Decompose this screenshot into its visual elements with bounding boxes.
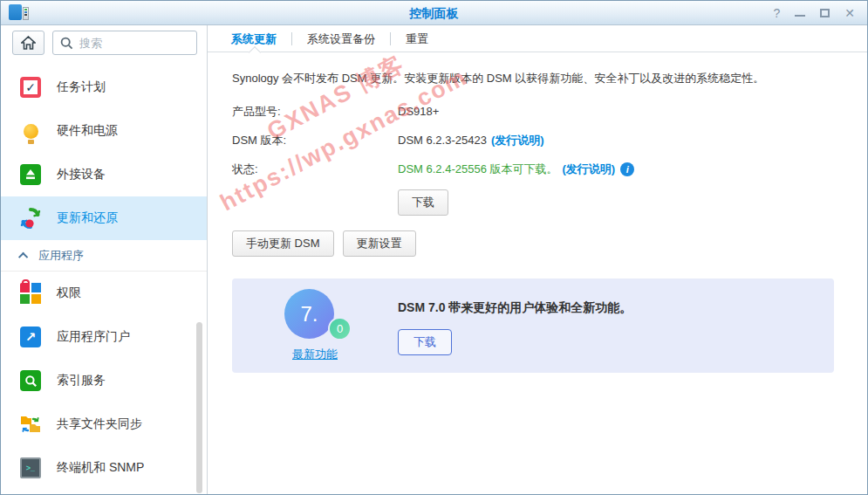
main-panel: 系统更新 系统设置备份 重置 Synology 会不时发布 DSM 更新。安装更… xyxy=(208,25,867,495)
update-settings-button[interactable]: 更新设置 xyxy=(343,230,416,257)
sidebar-item-label: 任务计划 xyxy=(57,79,106,95)
release-notes-link[interactable]: (发行说明) xyxy=(563,162,616,177)
tab-settings-backup[interactable]: 系统设置备份 xyxy=(292,25,390,53)
tab-bar: 系统更新 系统设置备份 重置 xyxy=(208,26,867,52)
download-row: 下载 xyxy=(398,189,843,216)
search-box[interactable] xyxy=(52,31,197,55)
sidebar: ✓ 任务计划 硬件和电源 xyxy=(1,25,208,495)
action-row: 手动更新 DSM 更新设置 xyxy=(232,230,843,257)
titlebar: 控制面板 ? ✕ xyxy=(1,1,867,25)
external-devices-icon xyxy=(19,163,42,186)
collapse-chevron-icon xyxy=(18,251,28,261)
release-notes-link[interactable]: (发行说明) xyxy=(491,133,544,148)
field-status: 状态: DSM 6.2.4-25556 版本可下载。 (发行说明) i xyxy=(232,161,843,177)
sidebar-item-label: 共享文件夹同步 xyxy=(57,416,142,432)
sidebar-item-shared-folder-sync[interactable]: 共享文件夹同步 xyxy=(1,402,207,446)
status-value: DSM 6.2.4-25556 版本可下载。 xyxy=(398,162,558,177)
sidebar-item-label: 权限 xyxy=(57,285,81,301)
product-model-value: DS918+ xyxy=(398,105,439,118)
sidebar-item-label: 硬件和电源 xyxy=(57,123,118,139)
field-label: 产品型号: xyxy=(232,104,398,120)
banner-text: DSM 7.0 带来更好的用户体验和全新功能。 xyxy=(398,300,632,316)
help-icon[interactable]: ? xyxy=(773,7,780,19)
manual-update-button[interactable]: 手动更新 DSM xyxy=(232,230,334,257)
badge-sub: 0 xyxy=(328,317,352,340)
indexing-service-icon xyxy=(19,369,42,392)
sidebar-item-update-restore[interactable]: 更新和还原 xyxy=(1,196,207,240)
banner-right: DSM 7.0 带来更好的用户体验和全新功能。 下载 xyxy=(398,289,632,355)
dsm-version-value: DSM 6.2.3-25423 xyxy=(398,134,487,147)
sidebar-nav: ✓ 任务计划 硬件和电源 xyxy=(1,65,207,490)
sidebar-item-indexing-service[interactable]: 索引服务 xyxy=(1,359,207,402)
shared-folder-sync-icon xyxy=(19,413,42,436)
field-label: 状态: xyxy=(232,162,398,177)
home-icon xyxy=(21,36,36,50)
dsm7-version-badge-icon: 7. 0 xyxy=(277,289,352,341)
terminal-snmp-icon: >_ xyxy=(19,457,42,479)
task-scheduler-icon: ✓ xyxy=(19,76,42,99)
update-restore-icon xyxy=(19,207,42,230)
search-icon xyxy=(60,37,73,50)
sidebar-item-application-portal[interactable]: ↗ 应用程序门户 xyxy=(1,315,207,359)
sidebar-item-label: 索引服务 xyxy=(57,373,106,388)
sidebar-section-applications[interactable]: 应用程序 xyxy=(1,240,207,272)
maximize-icon[interactable] xyxy=(820,7,830,19)
download-button[interactable]: 下载 xyxy=(398,189,448,216)
home-button[interactable] xyxy=(12,31,44,55)
field-dsm-version: DSM 版本: DSM 6.2.3-25423 (发行说明) xyxy=(232,132,843,148)
sidebar-item-label: 更新和还原 xyxy=(57,210,118,226)
hardware-power-icon xyxy=(19,120,42,142)
sidebar-scrollbar[interactable] xyxy=(196,322,202,493)
sidebar-item-label: 终端机和 SNMP xyxy=(57,460,144,476)
info-icon[interactable]: i xyxy=(620,162,634,176)
field-label: DSM 版本: xyxy=(232,133,398,148)
tab-reset[interactable]: 重置 xyxy=(391,25,443,53)
system-update-content: Synology 会不时发布 DSM 更新。安装更新版本的 DSM 以获得新功能… xyxy=(208,52,867,391)
minimize-icon[interactable] xyxy=(795,7,805,19)
sidebar-item-terminal-snmp[interactable]: >_ 终端机和 SNMP xyxy=(1,446,207,490)
sidebar-item-hardware-power[interactable]: 硬件和电源 xyxy=(1,109,207,153)
badge-main: 7. xyxy=(284,289,334,339)
sidebar-item-privileges[interactable]: 权限 xyxy=(1,272,207,315)
sidebar-section-label: 应用程序 xyxy=(38,248,84,264)
whats-new-link[interactable]: 最新功能 xyxy=(292,347,338,362)
close-icon[interactable]: ✕ xyxy=(844,7,855,19)
dsm7-badge-column: 7. 0 最新功能 xyxy=(232,289,398,362)
field-product-model: 产品型号: DS918+ xyxy=(232,103,843,120)
sidebar-item-task-scheduler[interactable]: ✓ 任务计划 xyxy=(1,65,207,109)
dsm7-banner: 7. 0 最新功能 DSM 7.0 带来更好的用户体验和全新功能。 下载 xyxy=(232,278,834,373)
sidebar-item-external-devices[interactable]: 外接设备 xyxy=(1,153,207,196)
window-title: 控制面板 xyxy=(1,6,867,22)
search-input[interactable] xyxy=(79,37,189,50)
privileges-icon xyxy=(19,282,42,305)
control-panel-window: 控制面板 ? ✕ xyxy=(0,0,868,495)
dsm7-download-button[interactable]: 下载 xyxy=(398,329,452,355)
window-controls: ? ✕ xyxy=(773,1,855,25)
sidebar-item-label: 应用程序门户 xyxy=(57,329,130,345)
sidebar-item-label: 外接设备 xyxy=(57,167,106,182)
application-portal-icon: ↗ xyxy=(19,326,42,348)
update-description: Synology 会不时发布 DSM 更新。安装更新版本的 DSM 以获得新功能… xyxy=(232,71,843,86)
